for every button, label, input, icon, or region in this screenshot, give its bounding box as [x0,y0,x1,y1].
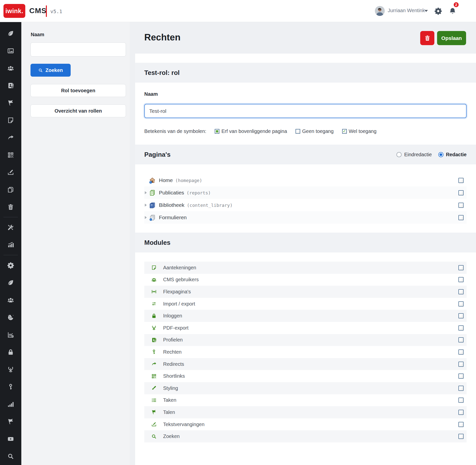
flag-icon [7,418,14,425]
radio-eindredactie[interactable]: Eindredactie [396,152,432,157]
overzicht-van-rollen-button[interactable]: Overzicht van rollen [30,104,126,117]
radio-button[interactable] [396,152,402,157]
sidebar-item-qr-code[interactable] [0,146,21,164]
module-access-checkbox[interactable] [458,301,464,307]
user-avatar[interactable] [375,6,385,16]
module-label: Taken [163,397,176,403]
page-label[interactable]: Bibliotheek [159,202,184,208]
sidebar-item-copy-pages[interactable] [0,181,21,198]
sidebar-item-note[interactable] [0,112,21,129]
page-access-checkbox[interactable] [458,178,464,183]
sidebar-item-signal-bars[interactable] [0,396,21,413]
sidebar-item-flag[interactable] [0,413,21,430]
sidebar-item-search[interactable] [0,448,21,465]
page-label[interactable]: Home [159,177,173,183]
expand-caret-icon[interactable] [145,204,147,207]
sidebar-item-tools[interactable] [0,219,21,236]
side-navigation [0,22,21,465]
sidebar-divider [3,217,18,217]
chart-up-icon [7,241,14,248]
page-access-checkbox[interactable] [458,215,464,220]
modules-title: Modules [144,239,170,247]
notifications-bell-button[interactable] [449,7,456,15]
notification-badge[interactable]: 2 [453,2,459,8]
module-access-checkbox[interactable] [458,337,464,342]
sidebar-divider [3,255,18,255]
module-access-checkbox[interactable] [458,277,464,282]
signal-bars-icon [7,401,14,408]
flex-width-icon [151,289,157,294]
app-version: v5.1 [50,8,62,14]
module-access-checkbox[interactable] [458,373,464,379]
sidebar-item-owl[interactable] [0,361,21,378]
legend-item-label: Wel toegang [349,128,377,134]
zoeken-button-label: Zoeken [45,67,63,73]
legend-item-allow: Wel toegang [342,128,377,134]
sidebar-item-gear[interactable] [0,257,21,274]
sidebar-item-redirect-arrow[interactable] [0,129,21,146]
user-menu[interactable]: Jurriaan Wentink [388,8,425,13]
module-access-checkbox[interactable] [458,265,464,270]
opslaan-button[interactable]: Opslaan [437,31,466,45]
page-label[interactable]: Formulieren [159,215,187,220]
logo-text: iwink. [5,7,23,15]
line-chart-icon [7,331,14,338]
chevron-down-icon[interactable] [424,10,428,12]
module-access-checkbox[interactable] [458,313,464,318]
image-icon [7,47,14,54]
module-row-pdf-export: PDF-export [144,322,467,334]
sidebar-item-line-chart[interactable] [0,326,21,343]
page-code: (reports) [187,190,211,195]
module-access-checkbox[interactable] [458,386,464,391]
page-title: Rechten [144,32,180,43]
sidebar-item-text-replace[interactable] [0,164,21,181]
module-label: Aantekeningen [163,265,196,271]
sidebar-item-flag[interactable] [0,94,21,112]
note-icon [151,265,157,270]
topbar: iwink. CMS v5.1 Jurriaan Wentink 2 [0,0,476,22]
sidebar-item-users[interactable] [0,60,21,77]
redirect-arrow-icon [151,361,157,367]
sidebar-item-contacts[interactable] [0,77,21,94]
iwink-logo[interactable]: iwink. [3,4,25,18]
flag-icon [151,409,157,415]
sidebar-item-key[interactable] [0,378,21,396]
module-access-checkbox[interactable] [458,289,464,294]
page-label[interactable]: Publicaties [159,190,184,196]
sidebar-item-lock[interactable] [0,343,21,361]
settings-gear-button[interactable] [434,7,442,15]
module-access-checkbox[interactable] [458,349,464,355]
sidebar-item-image[interactable] [0,42,21,60]
page-access-checkbox[interactable] [458,190,464,195]
module-access-checkbox[interactable] [458,410,464,415]
edit-mode-radios: EindredactieRedactie [396,145,467,164]
sidebar-item-chart-up[interactable] [0,236,21,253]
module-row-redirects: Redirects [144,358,467,370]
sidebar-item-leaf[interactable] [0,274,21,291]
paginas-title: Pagina's [144,151,171,158]
sidebar-item-trash[interactable] [0,198,21,216]
module-access-checkbox[interactable] [458,398,464,403]
module-access-checkbox[interactable] [458,434,464,439]
qr-code-icon [151,373,157,379]
sidebar-item-youtube[interactable] [0,430,21,448]
expand-caret-icon[interactable] [145,191,147,194]
sidebar-item-leaf[interactable] [0,25,21,42]
copy-pages-icon [7,186,14,193]
users-icon [7,65,14,72]
module-access-checkbox[interactable] [458,362,464,367]
module-access-checkbox[interactable] [458,325,464,331]
page-access-checkbox[interactable] [458,203,464,208]
module-access-checkbox[interactable] [458,422,464,427]
role-search-input[interactable] [30,42,126,57]
role-naam-input[interactable] [144,104,467,118]
rol-toevoegen-button[interactable]: Rol toevoegen [30,84,126,97]
sidebar-item-users[interactable] [0,291,21,309]
delete-role-button[interactable] [420,31,434,45]
radio-button[interactable] [438,152,444,157]
expand-caret-icon[interactable] [145,216,147,219]
sidebar-item-cookie[interactable] [0,309,21,326]
note-icon [7,117,14,124]
radio-redactie[interactable]: Redactie [438,152,467,157]
zoeken-button[interactable]: Zoeken [30,64,71,77]
